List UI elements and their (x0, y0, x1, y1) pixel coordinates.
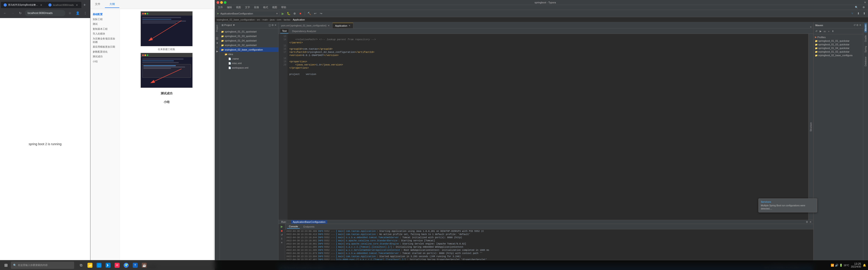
maven-toolbar-btn-1[interactable]: ↺ (814, 29, 818, 33)
run-close-btn[interactable]: ✕ (809, 221, 811, 224)
tree-item-workspace[interactable]: 📄 workspace.xml (220, 65, 278, 70)
tree-settings-btn[interactable]: ⚙ (272, 24, 274, 27)
menu-file[interactable]: 文件 (216, 5, 225, 9)
run-filter-btn[interactable]: ≡ (281, 241, 282, 244)
git-panel-icon[interactable]: ⑂ (216, 46, 218, 48)
run-scroll-btn[interactable]: ⇩ (281, 237, 283, 240)
breadcrumb-part-3[interactable]: java (270, 18, 274, 21)
gradle-tool-label[interactable]: Gradle (864, 34, 867, 43)
run-panel-icon[interactable]: ▶ (216, 50, 218, 53)
tutorial-tab-file[interactable]: 文件 (90, 1, 105, 8)
sidebar-item-5[interactable]: 基应用模板更改日期 (90, 44, 120, 49)
breadcrumb-part-1[interactable]: src (257, 18, 260, 21)
run-stop-btn[interactable]: ■ (281, 229, 283, 233)
tab-dependency-analyzer[interactable]: Dependency Analyzer (290, 29, 318, 33)
browser-tab-active[interactable]: 黑马程序员SpringBoot|金鞭… ✕ (1, 2, 46, 8)
back-button[interactable]: ← (2, 10, 8, 16)
editor-tab-app[interactable]: Application ✕ (333, 23, 353, 28)
maximize-button[interactable] (224, 1, 226, 4)
run-tab-console[interactable]: Console (287, 225, 300, 229)
tree-collapse-btn[interactable]: ◫ (269, 24, 271, 27)
network-icon[interactable]: 📶 (831, 264, 834, 267)
maven-toolbar-btn-3[interactable]: m (823, 30, 827, 33)
taskbar-app-browser[interactable]: 🌐 (95, 261, 103, 269)
menu-view[interactable]: 视图 (234, 5, 243, 9)
maven-item-1[interactable]: 📁 springboot_01_03_quickstar (813, 43, 863, 46)
minimize-button[interactable] (220, 1, 223, 4)
recent-files-btn[interactable]: ≡ (810, 26, 811, 28)
toolbar-settings[interactable]: ⚙ (861, 5, 867, 9)
taskbar-app-intellij[interactable]: IJ (113, 261, 121, 269)
redo-button[interactable]: ↪ (318, 11, 323, 16)
breadcrumb-part-0[interactable]: srpingboot_02_base_configuration (217, 18, 255, 21)
browser-tab-2-close[interactable]: ✕ (75, 3, 79, 7)
maven-collapse-btn[interactable]: ✕ (859, 24, 861, 27)
maven-item-0[interactable]: 📁 springboot_01_01_quickstar (813, 39, 863, 43)
browser-tab-2[interactable]: localhost:8080/reads ✕ (46, 2, 81, 8)
editor-tab-pom[interactable]: pom.xml [springboot_02_base_configuratio… (278, 23, 333, 28)
menu-edit[interactable]: 编辑 (225, 5, 234, 9)
debug-button[interactable]: 🐛 (286, 11, 291, 16)
breadcrumb-part-4[interactable]: com (277, 18, 281, 21)
tree-item-project4[interactable]: 📁 springboot_01_04_quickstart (220, 38, 278, 43)
tree-item-misc[interactable]: 📄 misc.xml (220, 61, 278, 65)
taskbar-app-taskview[interactable]: ⧉ (77, 261, 85, 269)
run-settings-btn[interactable]: ⚙ (806, 221, 808, 224)
taskbar-app-vscode[interactable] (104, 261, 112, 269)
run-play-btn[interactable]: ▶ (281, 225, 283, 228)
battery-icon[interactable]: 🔋 (839, 264, 843, 267)
sidebar-item-4[interactable]: 为完整业务项目添加依赖 (90, 36, 120, 45)
structure-panel-tab[interactable]: Structure (808, 34, 813, 220)
volume-icon[interactable]: 🔊 (835, 264, 838, 267)
notification-center-icon[interactable]: 🔔 (863, 264, 866, 267)
tree-item-idea[interactable]: 📂 idea (220, 52, 278, 57)
sidebar-item-6[interactable]: 参数配置优化 (90, 49, 120, 54)
toolbar-search[interactable]: 🔍 (853, 5, 860, 9)
tree-item-project-base[interactable]: 📂 srpingboot_02_base_configuration (220, 47, 278, 52)
tutorial-scrollbar[interactable] (213, 9, 215, 264)
maven-item-4[interactable]: 📁 srpingboot_02_base_configura (813, 54, 863, 57)
tutorial-tab-outline[interactable]: 大纲 (105, 1, 119, 8)
menu-text[interactable]: 文字 (243, 5, 252, 9)
settings-button[interactable]: ⋮ (82, 10, 88, 16)
tab-text[interactable]: Text (280, 29, 288, 33)
project-tool-label[interactable]: Project (216, 23, 218, 34)
tree-item-project3[interactable]: 📁 springboot_01_03_quickstart (220, 34, 278, 38)
update-button[interactable]: ⬇ (856, 11, 861, 16)
new-tab-button[interactable]: + (81, 2, 88, 8)
sidebar-item-8[interactable]: 小结 (90, 59, 120, 64)
structure-icon[interactable]: ☰ (216, 37, 219, 40)
run-tab-endpoints[interactable]: Endpoints (302, 225, 316, 229)
menu-view2[interactable]: 视图 (270, 5, 279, 9)
run-config-selector[interactable]: ▶ ApplicationBaseConfiguration ▼ (216, 11, 279, 16)
undo-button[interactable]: ↩ (313, 11, 318, 16)
taskbar-app-extra[interactable]: ☕ (140, 261, 148, 269)
breadcrumb-part-6[interactable]: Application (293, 18, 305, 21)
maven-tool-label[interactable]: Maven (864, 23, 867, 33)
sidebar-item-2[interactable]: 复制基本工程 (90, 27, 120, 31)
close-button[interactable] (217, 1, 219, 4)
reload-button[interactable]: ↻ (17, 10, 24, 16)
push-button[interactable]: ⬆ (862, 11, 867, 16)
start-button[interactable]: ⊞ (2, 261, 10, 269)
taskbar-search[interactable]: 🔍 在这里输入你要搜索的内容 (11, 262, 74, 269)
menu-help[interactable]: 帮助 (279, 5, 288, 9)
maven-item-3[interactable]: 📁 srpingboot_01_02_quickstar (813, 50, 863, 54)
coverage-button[interactable]: ⊕ (292, 11, 297, 16)
run-config-chip[interactable]: ApplicationBaseConfiguration (291, 220, 327, 224)
tree-item-project02[interactable]: 📁 srpingboot_01_02_quickstart (220, 43, 278, 47)
breadcrumb-part-5[interactable]: taotao (284, 18, 291, 21)
tree-item-name[interactable]: 📄 .name (220, 57, 278, 61)
run-button[interactable]: ▶ (280, 11, 285, 16)
browser-tab-close[interactable]: ✕ (39, 3, 43, 7)
maven-settings-btn[interactable]: ⚙ (856, 24, 859, 27)
tree-close-btn[interactable]: ✕ (274, 24, 276, 27)
forward-button[interactable]: → (9, 10, 16, 16)
editor-tab-pom-close[interactable]: ✕ (328, 24, 330, 27)
ij-close-x[interactable]: ✕ (864, 1, 866, 4)
sidebar-item-0[interactable]: 实际工程 (90, 17, 120, 22)
menu-para[interactable]: 段落 (252, 5, 261, 9)
maven-profiles-header[interactable]: ▶ Profiles (813, 35, 863, 39)
maven-toolbar-btn-4[interactable]: + (827, 30, 830, 33)
taskbar-clock[interactable]: 13:25 2022/4/30 (851, 262, 861, 268)
